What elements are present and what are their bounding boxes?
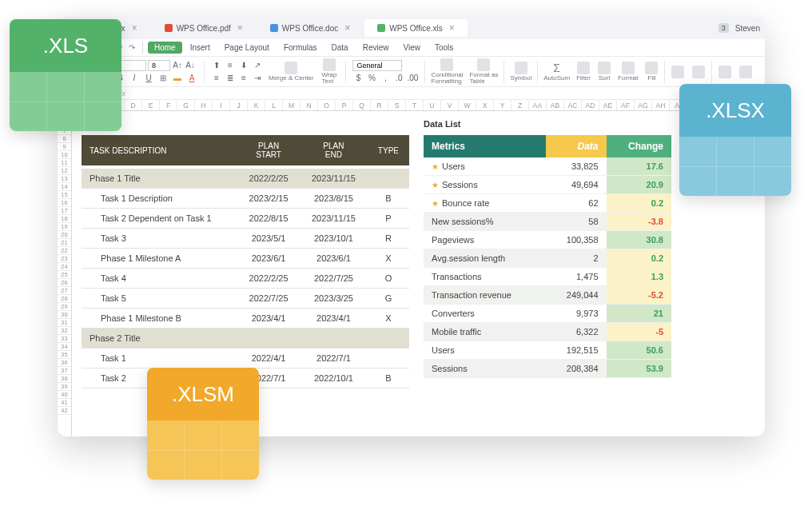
column-header[interactable]: Z — [511, 100, 529, 110]
column-header[interactable]: I — [213, 100, 230, 110]
row-header[interactable]: 12 — [58, 167, 71, 175]
row-header[interactable]: 42 — [58, 407, 71, 415]
font-color-icon[interactable]: A — [186, 73, 197, 84]
row-header[interactable]: 26 — [58, 279, 71, 287]
row-header[interactable]: 9 — [58, 143, 71, 151]
align-bottom-icon[interactable]: ⬇ — [238, 60, 249, 71]
increase-decimal-icon[interactable]: .00 — [407, 73, 418, 84]
user-name[interactable]: Steven — [735, 24, 760, 33]
row-header[interactable]: 17 — [58, 207, 71, 215]
document-tab[interactable]: WPS Office.xls× — [364, 19, 468, 37]
row-header[interactable]: 31 — [58, 319, 71, 327]
row-header[interactable]: 11 — [58, 159, 71, 167]
table-row[interactable]: Task 1 Description2023/2/152023/8/15B — [82, 189, 409, 209]
column-header[interactable]: AD — [582, 100, 599, 110]
row-header[interactable]: 20 — [58, 231, 71, 239]
column-header[interactable]: E — [142, 100, 160, 110]
column-header[interactable]: V — [441, 100, 459, 110]
column-header[interactable]: Y — [494, 100, 511, 110]
row-header[interactable]: 38 — [58, 375, 71, 383]
row-header[interactable]: 33 — [58, 335, 71, 343]
wrap-text-button[interactable]: Wrap Text — [319, 57, 339, 86]
table-row[interactable]: Mobile traffic6,322-5 — [424, 323, 671, 341]
column-header[interactable]: M — [283, 100, 301, 110]
filter-button[interactable]: Filter — [574, 60, 593, 83]
row-header[interactable]: 30 — [58, 311, 71, 319]
row-header[interactable]: 19 — [58, 223, 71, 231]
column-header[interactable]: G — [177, 100, 195, 110]
underline-icon[interactable]: U — [143, 73, 154, 84]
autosum-button[interactable]: ΣAutoSum — [541, 60, 572, 83]
column-header[interactable]: S — [388, 100, 406, 110]
table-row[interactable]: Task 2 Dependent on Task 12022/8/152023/… — [82, 209, 409, 229]
row-header[interactable]: 14 — [58, 183, 71, 191]
column-header[interactable]: N — [301, 100, 318, 110]
table-row[interactable]: Task 32023/5/12023/10/1R — [82, 229, 409, 249]
align-center-icon[interactable]: ≣ — [225, 73, 236, 84]
column-header[interactable]: D — [125, 100, 142, 110]
close-icon[interactable]: × — [449, 22, 455, 34]
decrease-font-icon[interactable]: A↓ — [185, 60, 196, 71]
conditional-formatting-button[interactable]: Conditional Formatting — [428, 57, 465, 86]
close-icon[interactable]: × — [344, 22, 350, 34]
column-header[interactable]: AB — [547, 100, 564, 110]
table-row[interactable]: Task 42022/2/252022/7/25O — [82, 269, 409, 289]
indent-icon[interactable]: ⇥ — [252, 73, 263, 84]
table-row[interactable]: Users192,51550.6 — [424, 341, 671, 360]
row-header[interactable]: 25 — [58, 271, 71, 279]
row-header[interactable]: 28 — [58, 295, 71, 303]
table-row[interactable]: Phase 1 Milestone A2023/6/12023/6/1X — [82, 249, 409, 269]
row-header[interactable]: 39 — [58, 383, 71, 391]
number-format-select[interactable] — [352, 60, 402, 71]
align-right-icon[interactable]: ≡ — [238, 73, 249, 84]
table-row[interactable]: ★Bounce rate620.2 — [424, 194, 671, 213]
currency-icon[interactable]: $ — [352, 73, 364, 84]
format-button[interactable]: Format — [615, 60, 640, 83]
col-width-button[interactable] — [689, 64, 708, 80]
row-header[interactable]: 29 — [58, 303, 71, 311]
row-height-button[interactable] — [668, 64, 687, 80]
notification-count[interactable]: 3 — [718, 23, 729, 33]
table-row[interactable]: New sessions%58-3.8 — [424, 213, 671, 231]
table-row[interactable]: Phase 2 Title — [82, 329, 409, 349]
column-header[interactable]: T — [406, 100, 424, 110]
close-icon[interactable]: × — [132, 22, 137, 34]
row-header[interactable]: 21 — [58, 239, 71, 247]
column-header[interactable]: K — [248, 100, 265, 110]
document-tab[interactable]: WPS Office.doc× — [257, 19, 363, 37]
freeze-button[interactable] — [715, 64, 734, 80]
table-row[interactable]: Pageviews100,35830.8 — [424, 231, 671, 249]
menu-data[interactable]: Data — [325, 42, 355, 54]
column-header[interactable]: J — [230, 100, 248, 110]
column-header[interactable]: AA — [529, 100, 547, 110]
table-row[interactable]: Phase 1 Milestone B2023/4/12023/4/1X — [82, 309, 409, 329]
column-header[interactable]: AE — [599, 100, 617, 110]
align-left-icon[interactable]: ≡ — [211, 73, 222, 84]
column-header[interactable]: L — [265, 100, 283, 110]
merge-center-button[interactable]: Merge & Center — [266, 60, 316, 83]
column-header[interactable]: AF — [617, 100, 635, 110]
column-header[interactable]: O — [318, 100, 336, 110]
column-header[interactable]: Q — [353, 100, 371, 110]
orientation-icon[interactable]: ↗ — [252, 60, 263, 71]
fill-button[interactable]: Fill — [642, 60, 661, 83]
row-header[interactable]: 35 — [58, 351, 71, 359]
row-header[interactable]: 8 — [58, 135, 71, 143]
row-header[interactable]: 23 — [58, 255, 71, 263]
percent-icon[interactable]: % — [366, 73, 377, 84]
decrease-decimal-icon[interactable]: .0 — [393, 73, 404, 84]
row-header[interactable]: 22 — [58, 247, 71, 255]
menu-insert[interactable]: Insert — [184, 42, 217, 54]
menu-home[interactable]: Home — [148, 42, 182, 54]
column-header[interactable]: U — [424, 100, 441, 110]
border-icon[interactable]: ⊞ — [157, 73, 169, 84]
row-header[interactable]: 32 — [58, 327, 71, 335]
column-header[interactable]: F — [160, 100, 177, 110]
row-header[interactable]: 41 — [58, 399, 71, 407]
row-header[interactable]: 10 — [58, 151, 71, 159]
table-row[interactable]: Transactions1,4751.3 — [424, 268, 671, 286]
row-header[interactable]: 13 — [58, 175, 71, 183]
fill-color-icon[interactable]: ▬ — [172, 73, 183, 84]
table-row[interactable]: Avg.session length20.2 — [424, 249, 671, 268]
symbol-button[interactable]: Symbol — [508, 60, 534, 83]
